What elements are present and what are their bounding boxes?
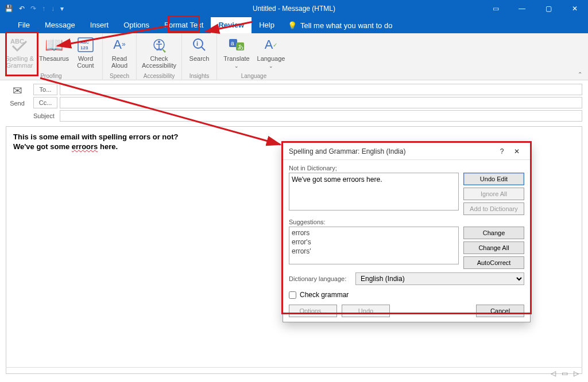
undo-icon[interactable]: ↶ xyxy=(19,5,25,13)
read-aloud-button[interactable]: A» Read Aloud xyxy=(106,36,133,69)
search-button[interactable]: i Search xyxy=(185,36,213,62)
accessibility-icon xyxy=(151,36,167,54)
change-button[interactable]: Change xyxy=(463,227,524,239)
ignore-all-button[interactable]: Ignore All xyxy=(463,188,524,200)
suggestions-label: Suggestions: xyxy=(289,219,459,225)
autocorrect-button[interactable]: AutoCorrect xyxy=(463,256,524,269)
accessibility-label: Check Accessibility xyxy=(142,55,176,69)
read-aloud-icon: A» xyxy=(113,36,125,54)
translate-button[interactable]: aあ Translate⌄ xyxy=(220,36,253,69)
svg-line-9 xyxy=(202,47,205,50)
cancel-button[interactable]: Cancel xyxy=(476,305,524,317)
dict-lang-label: Dictionary language: xyxy=(289,275,352,282)
subject-label: Subject xyxy=(33,110,57,122)
tell-me-text: Tell me what you want to do xyxy=(300,21,392,30)
thesaurus-icon: 📖 xyxy=(45,36,63,54)
wordcount-label: Word Count xyxy=(77,55,94,69)
spelling-grammar-button[interactable]: ABC Spelling & Grammar xyxy=(3,36,36,69)
change-all-button[interactable]: Change All xyxy=(463,241,524,254)
svg-text:あ: あ xyxy=(238,44,243,50)
cc-field[interactable] xyxy=(60,97,582,108)
tab-help[interactable]: Help xyxy=(252,17,282,33)
subject-field[interactable] xyxy=(60,110,582,122)
thesaurus-label: Thesaurus xyxy=(39,55,69,62)
suggestion-item[interactable]: errors xyxy=(292,228,456,237)
tell-me[interactable]: 💡 Tell me what you want to do xyxy=(288,21,392,30)
qat-dropdown-icon[interactable]: ▾ xyxy=(60,5,64,13)
ribbon: ABC Spelling & Grammar 📖 Thesaurus ABC12… xyxy=(0,33,588,80)
send-icon[interactable]: ✉ xyxy=(13,84,22,98)
send-label[interactable]: Send xyxy=(10,100,25,107)
options-button[interactable]: Options... xyxy=(289,305,337,317)
translate-label: Translate⌄ xyxy=(223,55,249,69)
svg-text:a: a xyxy=(231,40,234,46)
lightbulb-icon: 💡 xyxy=(288,21,297,30)
svg-text:123: 123 xyxy=(80,45,88,50)
minimize-icon[interactable]: — xyxy=(509,0,535,17)
tab-options[interactable]: Options xyxy=(116,17,157,33)
add-to-dictionary-button[interactable]: Add to Dictionary xyxy=(463,202,524,215)
dialog-title: Spelling and Grammar: English (India) xyxy=(289,147,494,155)
dialog-help-icon[interactable]: ? xyxy=(494,147,509,155)
tab-format-text[interactable]: Format Text xyxy=(157,17,211,33)
svg-point-5 xyxy=(158,41,160,43)
misspelled-word[interactable]: erroors xyxy=(72,142,98,151)
group-proofing: Proofing xyxy=(40,73,61,80)
tab-file[interactable]: File xyxy=(10,17,37,33)
status-box-icon[interactable]: ▭ xyxy=(562,369,568,377)
status-right-icon[interactable]: ▷ xyxy=(574,369,579,377)
tab-message[interactable]: Message xyxy=(37,17,83,33)
suggestions-list[interactable]: errorserror'serrors' xyxy=(289,227,459,264)
wordcount-icon: ABC123 xyxy=(77,36,94,54)
group-accessibility: Accessibility xyxy=(144,73,175,80)
check-accessibility-button[interactable]: Check Accessibility xyxy=(140,36,178,69)
group-language: Language xyxy=(241,73,267,80)
word-count-button[interactable]: ABC123 Word Count xyxy=(72,36,99,69)
spelling-dialog: Spelling and Grammar: English (India) ? … xyxy=(283,142,531,322)
read-aloud-label: Read Aloud xyxy=(111,55,127,69)
close-icon[interactable]: ✕ xyxy=(562,0,588,17)
redo-icon[interactable]: ↷ xyxy=(30,5,36,13)
svg-point-6 xyxy=(164,51,166,53)
tab-insert[interactable]: Insert xyxy=(83,17,117,33)
translate-icon: aあ xyxy=(228,36,245,54)
ribbon-tabs: File Message Insert Options Format Text … xyxy=(0,17,588,33)
status-bar: ◁ ▭ ▷ xyxy=(6,367,582,379)
group-insights: Insights xyxy=(189,73,209,80)
tab-review[interactable]: Review xyxy=(211,17,252,33)
to-button[interactable]: To... xyxy=(33,84,57,95)
check-grammar-box[interactable] xyxy=(289,291,296,299)
check-grammar-checkbox[interactable]: Check grammar xyxy=(289,291,524,299)
compose-header: ✉ Send To... Cc... Subject xyxy=(0,80,588,122)
save-icon[interactable]: 💾 xyxy=(5,5,13,13)
search-label: Search xyxy=(189,55,210,62)
maximize-icon[interactable]: ▢ xyxy=(535,0,562,17)
spelling-label: Spelling & Grammar xyxy=(5,55,34,69)
thesaurus-button[interactable]: 📖 Thesaurus xyxy=(38,36,70,62)
cc-button[interactable]: Cc... xyxy=(33,97,57,108)
svg-text:ABC: ABC xyxy=(10,38,24,45)
not-in-dict-label: Not in Dictionary; xyxy=(289,165,459,171)
window-title: Untitled - Message (HTML) xyxy=(253,5,335,13)
suggestion-item[interactable]: errors' xyxy=(292,247,456,256)
suggestion-item[interactable]: error's xyxy=(292,237,456,247)
language-label: Language⌄ xyxy=(257,55,285,69)
undo-edit-button[interactable]: Undo Edit xyxy=(463,173,524,185)
dict-lang-select[interactable]: English (India) xyxy=(355,272,524,285)
ribbon-display-icon[interactable]: ▭ xyxy=(482,0,509,17)
to-field[interactable] xyxy=(60,84,582,95)
spelling-icon: ABC xyxy=(9,36,30,54)
qat-down-icon: ↓ xyxy=(51,5,55,13)
qat-up-icon: ↑ xyxy=(42,5,45,13)
language-icon: A✓ xyxy=(265,36,278,54)
body-line-1: This is some email with spelling errors … xyxy=(13,132,575,141)
undo-button[interactable]: Undo xyxy=(342,305,390,317)
language-button[interactable]: A✓ Language⌄ xyxy=(255,36,287,69)
status-left-icon[interactable]: ◁ xyxy=(551,369,556,377)
collapse-ribbon-icon[interactable]: ⌃ xyxy=(578,71,582,77)
search-icon: i xyxy=(191,36,207,54)
svg-text:ABC: ABC xyxy=(80,40,89,44)
group-speech: Speech xyxy=(110,73,129,80)
dialog-close-icon[interactable]: ✕ xyxy=(509,147,524,155)
not-in-dict-textarea[interactable] xyxy=(289,173,459,211)
